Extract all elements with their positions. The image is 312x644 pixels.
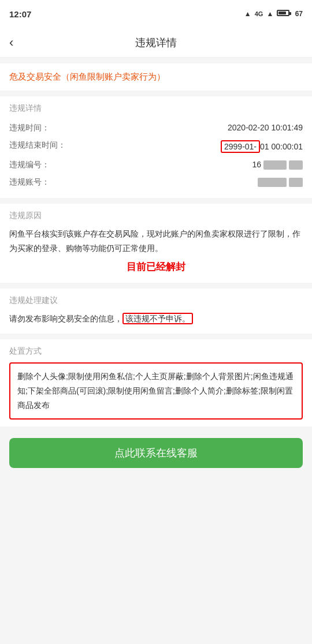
violation-number-row: 违规编号： 16: [9, 156, 303, 174]
violation-account-blur2: [289, 178, 303, 187]
contact-btn-wrap: 点此联系在线客服: [0, 426, 312, 485]
disposal-method-title: 处置方式: [9, 346, 303, 357]
violation-number-blur: [263, 160, 287, 170]
status-time: 12:07: [9, 9, 31, 19]
end-time-highlighted: 2999-01-: [221, 140, 260, 153]
disposal-text: 删除个人头像;限制使用闲鱼私信;个人主页屏蔽;删除个人背景图片;闲鱼违规通知;下…: [17, 372, 294, 410]
violation-end-time-row: 违规结束时间： 2999-01-01 00:00:01: [9, 137, 303, 156]
violation-reason-title: 违规原因: [9, 211, 303, 221]
violation-advice-text: 请勿发布影响交易安全的信息，该违规不予申诉。: [9, 312, 303, 326]
violation-reason-section: 违规原因 闲鱼平台核实到该账户存在交易风险，现对此账户的闲鱼卖家权限进行了限制，…: [0, 204, 312, 283]
violation-account-label: 违规账号：: [9, 177, 61, 188]
disposal-method-section: 处置方式 删除个人头像;限制使用闲鱼私信;个人主页屏蔽;删除个人背景图片;闲鱼违…: [0, 339, 312, 427]
disposal-box: 删除个人头像;限制使用闲鱼私信;个人主页屏蔽;删除个人背景图片;闲鱼违规通知;下…: [9, 362, 303, 420]
violation-detail-section: 违规详情 违规时间： 2020-02-20 10:01:49 违规结束时间： 2…: [0, 96, 312, 198]
battery-level: 67: [295, 10, 303, 18]
violation-time-label: 违规时间：: [9, 123, 61, 133]
violation-end-time-value: 2999-01-01 00:00:01: [66, 140, 303, 153]
status-bar: 12:07 ▲ 4G ▲ 67: [0, 0, 312, 28]
violation-number-label: 违规编号：: [9, 160, 61, 170]
unblock-text: 目前已经解封: [9, 260, 303, 274]
violation-detail-title: 违规详情: [9, 103, 303, 114]
violation-time-row: 违规时间： 2020-02-20 10:01:49: [9, 119, 303, 137]
status-icons: ▲ 4G ▲ 67: [244, 10, 303, 18]
wifi-icon: 4G: [255, 10, 263, 17]
content-area: 危及交易安全（闲鱼限制账户卖家行为） 违规详情 违规时间： 2020-02-20…: [0, 63, 312, 485]
violation-time-value: 2020-02-20 10:01:49: [61, 123, 303, 132]
violation-end-time-label: 违规结束时间：: [9, 140, 66, 151]
battery-icon: [277, 10, 289, 16]
violation-account-value: [61, 177, 303, 187]
back-button[interactable]: ‹: [9, 35, 13, 50]
nav-bar: ‹ 违规详情: [0, 28, 312, 58]
no-appeal-text: 该违规不予申诉。: [122, 313, 193, 324]
violation-account-blur: [258, 178, 287, 187]
battery-text: 67: [277, 10, 303, 18]
signal2-icon: ▲: [266, 10, 273, 18]
violation-reason-text: 闲鱼平台核实到该账户存在交易风险，现对此账户的闲鱼卖家权限进行了限制，作为买家的…: [9, 227, 303, 256]
advice-pre-text: 请勿发布影响交易安全的信息，: [9, 314, 122, 323]
alert-text: 危及交易安全（闲鱼限制账户卖家行为）: [9, 72, 165, 81]
violation-number-blur2: [289, 160, 303, 170]
violation-number-value: 16: [61, 160, 303, 170]
violation-account-row: 违规账号：: [9, 174, 303, 191]
signal-icon: ▲: [244, 10, 251, 18]
alert-banner: 危及交易安全（闲鱼限制账户卖家行为）: [0, 63, 312, 91]
violation-advice-section: 违规处理建议 请勿发布影响交易安全的信息，该违规不予申诉。: [0, 289, 312, 333]
page-title: 违规详情: [135, 36, 177, 50]
contact-button[interactable]: 点此联系在线客服: [9, 438, 303, 468]
violation-advice-title: 违规处理建议: [9, 295, 303, 306]
